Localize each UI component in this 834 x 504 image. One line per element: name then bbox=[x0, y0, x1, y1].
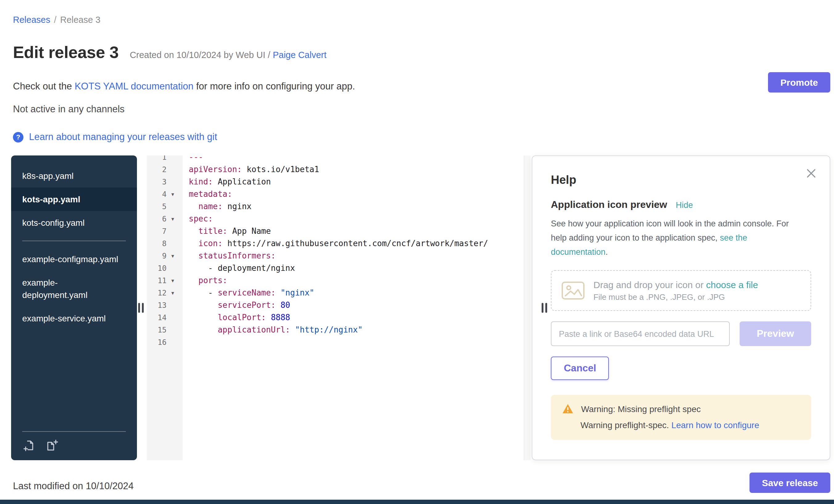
icon-url-row: Preview bbox=[551, 322, 811, 346]
gutter-line: 2 bbox=[147, 163, 182, 176]
line-number: 10 bbox=[147, 264, 167, 273]
file-tree-item-example-configmap.yaml[interactable]: example-configmap.yaml bbox=[11, 247, 137, 271]
line-number: 4 bbox=[147, 190, 167, 199]
code-line-16[interactable] bbox=[189, 336, 530, 349]
line-number: 1 bbox=[147, 155, 167, 162]
line-number: 14 bbox=[147, 313, 167, 322]
file-tree-item-k8s-app.yaml[interactable]: k8s-app.yaml bbox=[11, 164, 137, 188]
fold-arrow-icon[interactable]: ▾ bbox=[167, 216, 179, 222]
dropzone-prompt: Drag and drop your icon or bbox=[593, 280, 704, 290]
line-number: 15 bbox=[147, 326, 167, 334]
code-line-5[interactable]: name: nginx bbox=[189, 200, 530, 213]
yaml-editor[interactable]: 1234▾56▾789▾1011▾12▾13141516 ---apiVersi… bbox=[147, 155, 530, 460]
close-icon[interactable] bbox=[804, 166, 818, 181]
breadcrumb-releases-link[interactable]: Releases bbox=[13, 15, 50, 25]
help-title: Help bbox=[551, 173, 811, 187]
last-modified-text: Last modified on 10/10/2024 bbox=[13, 481, 134, 492]
code-line-13[interactable]: servicePort: 80 bbox=[189, 299, 530, 311]
choose-file-link[interactable]: choose a file bbox=[706, 280, 758, 290]
description-text: See how your application icon will look … bbox=[551, 219, 789, 242]
code-line-15[interactable]: applicationUrl: "http://nginx" bbox=[189, 324, 530, 336]
kots-yaml-doc-link[interactable]: KOTS YAML documentation bbox=[75, 81, 193, 91]
gutter-line: 8 bbox=[147, 238, 182, 250]
line-number: 8 bbox=[147, 239, 167, 248]
new-file-icon[interactable] bbox=[46, 439, 58, 452]
line-number: 12 bbox=[147, 289, 167, 297]
doc-hint-suffix: for more info on configuring your app. bbox=[193, 81, 355, 91]
cancel-button[interactable]: Cancel bbox=[551, 356, 609, 380]
promote-button[interactable]: Promote bbox=[768, 72, 830, 92]
gutter-line: 16 bbox=[147, 336, 182, 349]
breadcrumb-separator: / bbox=[54, 15, 57, 25]
code-line-2[interactable]: apiVersion: kots.io/v1beta1 bbox=[189, 163, 530, 176]
doc-hint-prefix: Check out the bbox=[13, 81, 75, 91]
created-text: Created on 10/10/2024 by Web UI / bbox=[130, 50, 270, 60]
upload-file-icon[interactable] bbox=[23, 439, 36, 452]
gutter-line: 11▾ bbox=[147, 275, 182, 287]
icon-preview-title: Application icon preview bbox=[551, 199, 667, 210]
help-panel-resize-handle[interactable] bbox=[542, 303, 547, 313]
file-tree-item-kots-config.yaml[interactable]: kots-config.yaml bbox=[11, 211, 137, 235]
fold-arrow-icon[interactable]: ▾ bbox=[167, 253, 179, 259]
code-line-8[interactable]: icon: https://raw.githubusercontent.com/… bbox=[189, 238, 530, 250]
page-title: Edit release 3 bbox=[13, 43, 119, 62]
question-icon: ? bbox=[13, 132, 23, 142]
code-area[interactable]: ---apiVersion: kots.io/v1beta1kind: Appl… bbox=[182, 155, 530, 460]
file-tree-sidebar: k8s-app.yamlkots-app.yamlkots-config.yam… bbox=[11, 155, 137, 460]
dropzone-text: Drag and drop your icon or choose a file… bbox=[593, 280, 758, 302]
gutter-line: 3 bbox=[147, 176, 182, 188]
gutter-line: 7 bbox=[147, 225, 182, 238]
gutter-line: 15 bbox=[147, 324, 182, 336]
file-tree-item-example-deployment.yaml[interactable]: example-deployment.yaml bbox=[11, 271, 137, 307]
code-line-10[interactable]: - deployment/nginx bbox=[189, 262, 530, 275]
gutter-line: 12▾ bbox=[147, 287, 182, 299]
description-suffix: . bbox=[606, 247, 608, 257]
file-tree-list: k8s-app.yamlkots-app.yamlkots-config.yam… bbox=[11, 164, 137, 330]
warning-icon bbox=[562, 403, 574, 414]
line-number: 11 bbox=[147, 276, 167, 285]
breadcrumb-current: Release 3 bbox=[60, 15, 101, 25]
git-help-link[interactable]: Learn about managing your releases with … bbox=[29, 131, 217, 143]
line-number: 3 bbox=[147, 178, 167, 186]
editor-scrollbar[interactable] bbox=[524, 155, 530, 460]
icon-dropzone[interactable]: Drag and drop your icon or choose a file… bbox=[551, 270, 811, 311]
code-line-14[interactable]: localPort: 8888 bbox=[189, 311, 530, 324]
file-tree-item-kots-app.yaml[interactable]: kots-app.yaml bbox=[11, 188, 137, 211]
hide-link[interactable]: Hide bbox=[676, 200, 693, 210]
app-root: Releases/Release 3 Edit release 3 Create… bbox=[0, 0, 834, 504]
fold-arrow-icon[interactable]: ▾ bbox=[167, 191, 179, 197]
gutter-line: 13 bbox=[147, 299, 182, 311]
dropzone-filetypes: File must be a .PNG, .JPEG, or .JPG bbox=[593, 292, 758, 302]
git-help-row: ? Learn about managing your releases wit… bbox=[13, 131, 217, 143]
code-line-3[interactable]: kind: Application bbox=[189, 176, 530, 188]
warning-configure-link[interactable]: Learn how to configure bbox=[672, 420, 759, 430]
save-release-button[interactable]: Save release bbox=[749, 473, 830, 493]
code-line-1[interactable]: --- bbox=[189, 155, 530, 163]
file-tree-divider bbox=[22, 241, 126, 241]
code-line-4[interactable]: metadata: bbox=[189, 188, 530, 200]
fold-arrow-icon[interactable]: ▾ bbox=[167, 290, 179, 296]
line-number: 16 bbox=[147, 338, 167, 347]
doc-hint: Check out the KOTS YAML documentation fo… bbox=[13, 81, 355, 92]
code-line-7[interactable]: title: App Name bbox=[189, 225, 530, 238]
warning-box: Warning: Missing preflight spec Warning … bbox=[551, 395, 811, 440]
line-number: 6 bbox=[147, 215, 167, 223]
icon-url-input[interactable] bbox=[551, 322, 730, 346]
gutter: 1234▾56▾789▾1011▾12▾13141516 bbox=[147, 155, 182, 460]
fold-arrow-icon[interactable]: ▾ bbox=[167, 278, 179, 284]
code-line-6[interactable]: spec: bbox=[189, 213, 530, 225]
preview-button[interactable]: Preview bbox=[740, 322, 811, 346]
gutter-line: 5 bbox=[147, 200, 182, 213]
gutter-line: 4▾ bbox=[147, 188, 182, 200]
code-line-12[interactable]: - serviceName: "nginx" bbox=[189, 287, 530, 299]
file-tree-actions bbox=[22, 431, 126, 460]
code-line-9[interactable]: statusInformers: bbox=[189, 250, 530, 262]
help-panel: Help Application icon preview Hide See h… bbox=[532, 155, 830, 460]
code-line-11[interactable]: ports: bbox=[189, 275, 530, 287]
gutter-line: 1 bbox=[147, 155, 182, 163]
sidebar-resize-handle[interactable] bbox=[138, 303, 144, 313]
image-placeholder-icon bbox=[561, 281, 585, 300]
author-link[interactable]: Paige Calvert bbox=[273, 50, 326, 60]
file-tree-item-example-service.yaml[interactable]: example-service.yaml bbox=[11, 307, 137, 330]
line-number: 2 bbox=[147, 165, 167, 174]
